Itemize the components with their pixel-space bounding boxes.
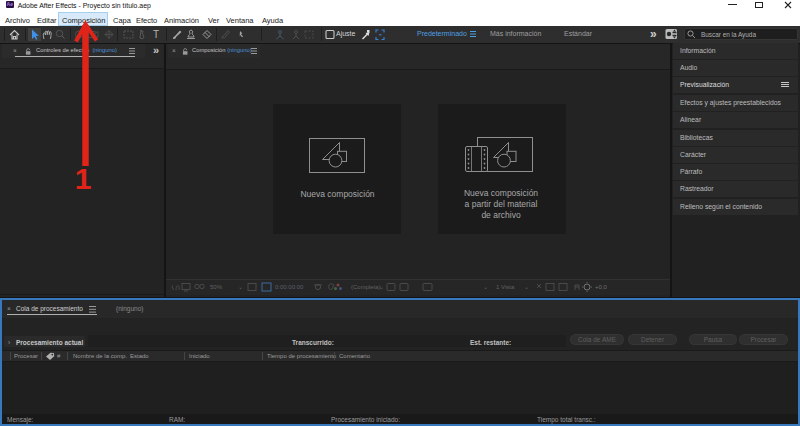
svg-text:T: T	[153, 29, 159, 40]
svg-text:1: 1	[75, 162, 92, 195]
